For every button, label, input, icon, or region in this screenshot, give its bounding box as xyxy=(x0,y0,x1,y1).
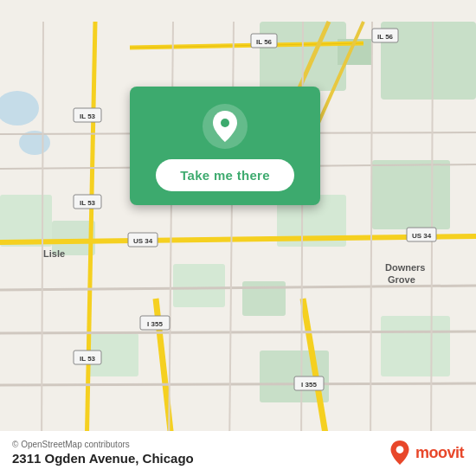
location-pin-icon xyxy=(203,104,248,149)
svg-rect-12 xyxy=(381,316,450,376)
bottom-bar: © OpenStreetMap contributors 2311 Ogden … xyxy=(0,431,476,476)
svg-text:Grove: Grove xyxy=(388,274,415,285)
svg-text:I 355: I 355 xyxy=(147,320,163,328)
moovit-logo: moovit xyxy=(388,441,464,465)
svg-text:IL 53: IL 53 xyxy=(80,355,96,363)
svg-text:Lisle: Lisle xyxy=(43,248,65,259)
location-card: Take me there xyxy=(130,87,320,205)
moovit-pin-icon xyxy=(388,441,412,465)
moovit-brand-label: moovit xyxy=(415,444,464,462)
map-container: IL 56 IL 56 IL 53 IL 53 IL 53 US 34 US 3… xyxy=(0,0,476,476)
svg-rect-5 xyxy=(372,160,450,229)
svg-text:IL 53: IL 53 xyxy=(80,113,96,120)
svg-point-56 xyxy=(221,119,229,127)
svg-text:IL 53: IL 53 xyxy=(80,199,96,207)
address-section: © OpenStreetMap contributors 2311 Ogden … xyxy=(12,440,194,466)
svg-text:US 34: US 34 xyxy=(412,232,432,240)
svg-rect-8 xyxy=(173,264,225,307)
svg-text:IL 56: IL 56 xyxy=(256,38,273,46)
svg-text:I 355: I 355 xyxy=(301,381,317,389)
address-label: 2311 Ogden Avenue, Chicago xyxy=(12,451,194,466)
svg-line-25 xyxy=(0,383,476,385)
svg-line-24 xyxy=(0,331,476,333)
take-me-there-button[interactable]: Take me there xyxy=(156,159,294,191)
svg-text:IL 56: IL 56 xyxy=(377,33,394,41)
svg-text:Downers: Downers xyxy=(385,262,425,273)
osm-credit: © OpenStreetMap contributors xyxy=(12,440,194,449)
svg-rect-6 xyxy=(0,195,52,247)
map-background: IL 56 IL 56 IL 53 IL 53 IL 53 US 34 US 3… xyxy=(0,0,476,476)
svg-point-57 xyxy=(396,446,404,453)
svg-text:US 34: US 34 xyxy=(133,237,153,245)
